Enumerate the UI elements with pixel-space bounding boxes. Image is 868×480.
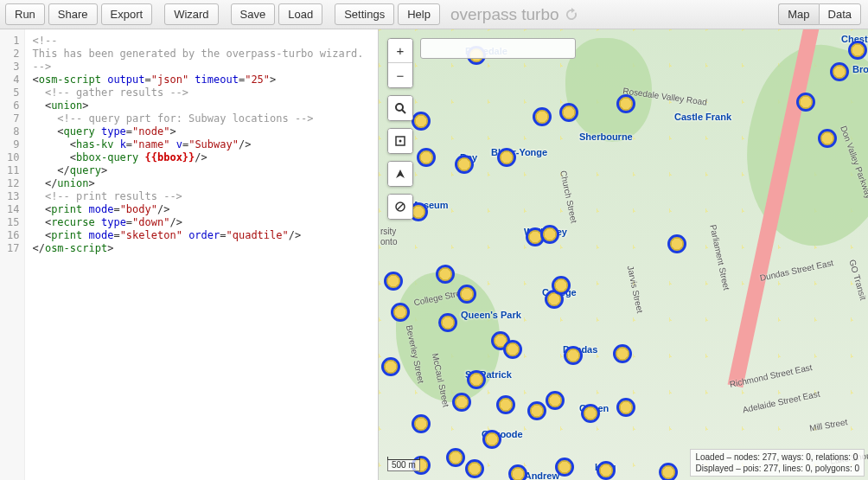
svg-point-3: [399, 140, 402, 143]
zoom-out-button[interactable]: −: [388, 63, 412, 87]
view-toggle: Map Data: [778, 3, 861, 25]
app-title: overpass turbo: [450, 5, 578, 24]
help-button[interactable]: Help: [398, 3, 440, 25]
poi-marker[interactable]: [848, 41, 867, 60]
poi-marker[interactable]: [616, 398, 635, 417]
poi-marker[interactable]: [497, 148, 516, 167]
locate-button[interactable]: [388, 162, 412, 186]
zoom-in-button[interactable]: +: [388, 39, 412, 63]
run-button[interactable]: Run: [5, 3, 45, 25]
clear-button[interactable]: [388, 195, 412, 219]
map-stats: Loaded – nodes: 277, ways: 0, relations:…: [690, 449, 865, 477]
magnify-button[interactable]: [388, 96, 412, 120]
poi-marker[interactable]: [412, 414, 431, 433]
poi-marker[interactable]: [508, 464, 527, 480]
road-label: rsity: [380, 227, 396, 236]
poi-marker[interactable]: [796, 93, 815, 112]
station-label: Castle Frank: [674, 112, 731, 122]
poi-marker[interactable]: [818, 129, 837, 148]
map-scale: 500 m: [387, 459, 420, 471]
poi-marker[interactable]: [465, 459, 484, 478]
poi-marker[interactable]: [467, 370, 486, 389]
poi-marker[interactable]: [452, 393, 471, 412]
poi-marker[interactable]: [667, 234, 686, 253]
save-button[interactable]: Save: [231, 3, 276, 25]
reload-icon: [565, 8, 578, 22]
poi-marker[interactable]: [384, 272, 403, 291]
share-button[interactable]: Share: [48, 3, 98, 25]
main-toolbar: Run Share Export Wizard Save Load Settin…: [0, 0, 868, 29]
poi-marker[interactable]: [496, 395, 515, 414]
poi-marker[interactable]: [417, 148, 436, 167]
wizard-button[interactable]: Wizard: [164, 3, 218, 25]
zoom-to-data-button[interactable]: [388, 129, 412, 153]
svg-line-6: [398, 204, 404, 210]
svg-line-1: [402, 110, 405, 113]
poi-marker[interactable]: [455, 155, 474, 174]
poi-marker[interactable]: [457, 285, 476, 304]
poi-marker[interactable]: [503, 340, 522, 359]
poi-marker[interactable]: [559, 103, 578, 122]
poi-marker[interactable]: [616, 94, 635, 113]
line-gutter: 1234567891011121314151617: [0, 29, 25, 480]
poi-marker[interactable]: [381, 357, 400, 376]
road-label: onto: [380, 237, 397, 246]
poi-marker[interactable]: [555, 458, 574, 477]
poi-marker[interactable]: [597, 461, 616, 480]
view-data-button[interactable]: Data: [819, 3, 861, 25]
station-label: Broadview: [852, 64, 868, 74]
zoom-controls: + −: [387, 38, 413, 88]
svg-point-0: [396, 104, 403, 111]
export-button[interactable]: Export: [101, 3, 153, 25]
poi-marker[interactable]: [533, 107, 552, 126]
poi-marker[interactable]: [613, 344, 632, 363]
stats-displayed: Displayed – pois: 277, lines: 0, polygon…: [695, 463, 859, 474]
poi-marker[interactable]: [436, 265, 455, 284]
load-button[interactable]: Load: [278, 3, 322, 25]
poi-marker[interactable]: [540, 225, 559, 244]
poi-marker[interactable]: [581, 404, 600, 423]
stats-loaded: Loaded – nodes: 277, ways: 0, relations:…: [695, 451, 859, 463]
poi-marker[interactable]: [564, 346, 583, 365]
view-map-button[interactable]: Map: [778, 3, 818, 25]
svg-marker-4: [396, 170, 405, 178]
map-view[interactable]: RosedaleBayBloor-YongeSherbourneCastle F…: [379, 29, 868, 480]
station-label: Sherbourne: [579, 131, 633, 142]
poi-marker[interactable]: [482, 430, 501, 449]
poi-marker[interactable]: [830, 62, 849, 81]
settings-button[interactable]: Settings: [335, 3, 394, 25]
poi-marker[interactable]: [527, 401, 546, 420]
station-label: Queen's Park: [461, 310, 521, 320]
poi-marker[interactable]: [391, 303, 410, 322]
poi-marker[interactable]: [546, 391, 565, 410]
poi-marker[interactable]: [446, 448, 465, 467]
poi-marker[interactable]: [659, 463, 678, 480]
code-editor[interactable]: 1234567891011121314151617 <!-- This has …: [0, 29, 379, 480]
poi-marker[interactable]: [438, 313, 457, 332]
map-search-input[interactable]: [420, 38, 576, 59]
code-content[interactable]: <!-- This has been generated by the over…: [25, 29, 370, 480]
poi-marker[interactable]: [412, 112, 431, 131]
poi-marker[interactable]: [552, 276, 571, 295]
